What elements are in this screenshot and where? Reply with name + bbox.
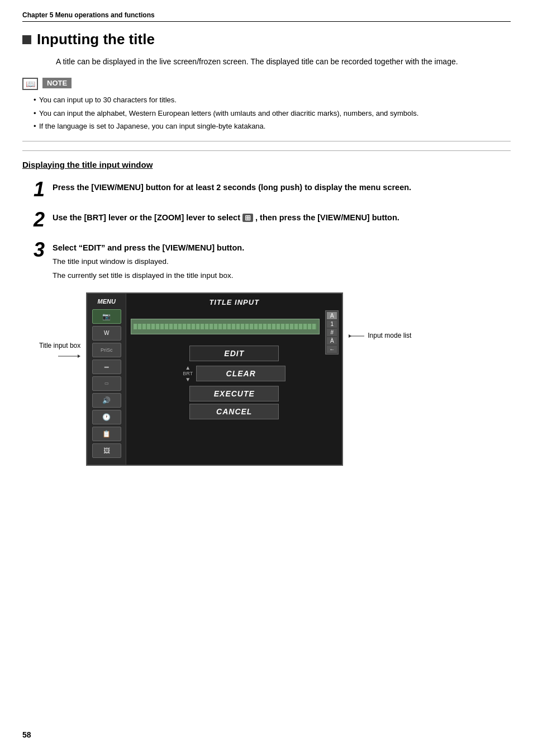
menu-item-4[interactable]: ▬: [92, 360, 121, 374]
section-divider: [22, 150, 511, 151]
menu-item-clock[interactable]: 🕐: [92, 410, 121, 424]
input-mode-label-text: Input mode list: [368, 332, 411, 339]
camera-icon: 📷: [102, 313, 111, 320]
note-label: NOTE: [42, 78, 72, 88]
sound-icon: 🔊: [102, 396, 111, 404]
note-item-3: If the language is set to Japanese, you …: [34, 121, 511, 132]
step-number-1: 1: [22, 179, 45, 200]
menu-item-5-label: ▭: [104, 381, 109, 386]
list-icon: 📋: [102, 430, 111, 438]
menu-item-prisc[interactable]: PriSc: [92, 343, 121, 357]
title-icon: 🖼: [103, 447, 110, 455]
screen-main: TITLE INPUT A 1 # À ← EDIT: [126, 294, 342, 465]
menu-title: MENU: [98, 298, 116, 305]
chapter-header: Chapter 5 Menu operations and functions: [22, 11, 511, 22]
brt-arrows: ▲ BRT ▼: [183, 365, 193, 382]
callout-arrow-right: [349, 332, 365, 341]
step-number-3: 3: [22, 240, 45, 260]
input-mode-label-container: Input mode list: [349, 292, 411, 341]
step-text-3: Select “EDIT” and press the [VIEW/MENU] …: [53, 240, 244, 281]
step-text-2: Use the [BRT] lever or the [ZOOM] lever …: [53, 210, 399, 224]
diagram-container: Title input box MENU 📷 W PriSc ▬ ▭: [39, 292, 511, 466]
intro-text: A title can be displayed in the live scr…: [56, 56, 511, 68]
brt-down-arrow: ▼: [185, 376, 191, 382]
title-input-box[interactable]: [131, 319, 320, 334]
input-mode-hash[interactable]: #: [327, 329, 337, 336]
prisc-label: PriSc: [101, 347, 113, 353]
menu-item-w[interactable]: W: [92, 326, 121, 341]
svg-marker-1: [78, 355, 80, 358]
title-square-icon: [22, 35, 31, 44]
step-text-1: Press the [VIEW/MENU] button for at leas…: [53, 179, 411, 194]
subsection-title: Displaying the title input window: [22, 160, 511, 169]
title-fill: [134, 324, 317, 329]
screen-buttons: EDIT ▲ BRT ▼ CLEAR EXECUTE CANCEL: [183, 346, 285, 419]
title-input-screen: MENU 📷 W PriSc ▬ ▭ 🔊 🕐 📋: [86, 292, 343, 466]
title-input-area: [131, 310, 337, 340]
note-item-2: You can input the alphabet, Western Euro…: [34, 108, 511, 119]
svg-marker-3: [349, 334, 351, 338]
clock-icon: 🕐: [102, 413, 111, 421]
note-book-icon: 📖: [22, 78, 38, 90]
menu-item-sound[interactable]: 🔊: [92, 393, 121, 408]
input-mode-A[interactable]: A: [327, 312, 337, 319]
input-mode-1[interactable]: 1: [327, 320, 337, 328]
brt-text: BRT: [183, 371, 193, 376]
menu-item-title[interactable]: 🖼: [92, 443, 121, 458]
brt-label-area: ▲ BRT ▼ CLEAR: [183, 365, 285, 382]
step-3: 3 Select “EDIT” and press the [VIEW/MENU…: [22, 240, 511, 281]
input-mode-back[interactable]: ←: [327, 346, 337, 353]
title-input-header: TITLE INPUT: [209, 298, 259, 306]
edit-button[interactable]: EDIT: [189, 346, 279, 361]
step-sub-1: The title input window is displayed.: [53, 256, 244, 267]
step-sub-2: The currently set title is displayed in …: [53, 270, 244, 281]
title-input-box-label-container: Title input box: [39, 292, 80, 362]
clear-button[interactable]: CLEAR: [196, 366, 285, 381]
note-item-1: You can input up to 30 characters for ti…: [34, 94, 511, 106]
step-1: 1 Press the [VIEW/MENU] button for at le…: [22, 179, 511, 200]
note-section: 📖 NOTE You can input up to 30 characters…: [22, 77, 511, 141]
menu-item-4-label: ▬: [104, 364, 109, 369]
zoom-icon: ⊞: [242, 214, 253, 222]
input-mode-special[interactable]: À: [327, 337, 337, 344]
menu-item-5[interactable]: ▭: [92, 376, 121, 391]
execute-button[interactable]: EXECUTE: [189, 386, 279, 401]
step-number-2: 2: [22, 210, 45, 230]
menu-sidebar: MENU 📷 W PriSc ▬ ▭ 🔊 🕐 📋: [87, 294, 126, 465]
page-number: 58: [22, 730, 31, 739]
menu-item-list[interactable]: 📋: [92, 427, 121, 441]
menu-item-w-label: W: [104, 330, 109, 336]
note-header: 📖 NOTE: [22, 77, 511, 90]
page-title: Inputting the title: [22, 31, 511, 48]
cancel-button[interactable]: CANCEL: [189, 404, 279, 419]
step-2: 2 Use the [BRT] lever or the [ZOOM] leve…: [22, 210, 511, 230]
brt-up-arrow: ▲: [185, 365, 191, 371]
title-input-box-label: Title input box: [39, 342, 80, 349]
callout-arrow-left: [58, 351, 80, 362]
input-mode-list[interactable]: A 1 # À ←: [325, 310, 339, 355]
menu-item-camera[interactable]: 📷: [92, 309, 121, 324]
note-list: You can input up to 30 characters for ti…: [34, 94, 511, 132]
